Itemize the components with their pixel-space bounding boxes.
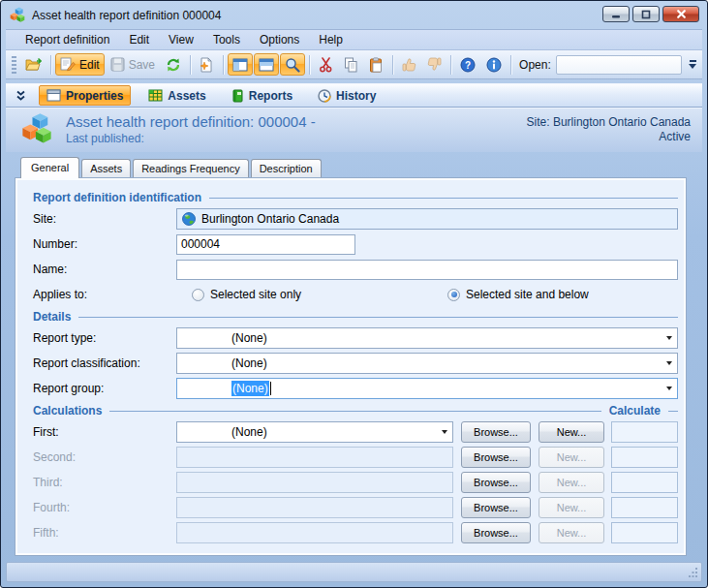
section-divider bbox=[668, 411, 678, 412]
edit-button[interactable]: Edit bbox=[55, 53, 105, 76]
reports-icon bbox=[231, 89, 244, 103]
calc-first-combobox[interactable]: (None) bbox=[176, 421, 453, 443]
open-report-button[interactable] bbox=[20, 53, 46, 76]
tab-general[interactable]: General bbox=[20, 157, 79, 178]
menu-tools[interactable]: Tools bbox=[203, 31, 250, 48]
toolbar-overflow-button[interactable] bbox=[686, 52, 699, 77]
menu-edit[interactable]: Edit bbox=[119, 31, 159, 48]
report-group-combobox[interactable]: (None) bbox=[176, 378, 678, 399]
tab-properties-label: Properties bbox=[66, 89, 123, 103]
close-button[interactable] bbox=[662, 6, 699, 22]
combo-arrow-button[interactable] bbox=[662, 379, 677, 398]
save-button-label: Save bbox=[129, 58, 155, 72]
page-tabs: General Assets Readings Frequency Descri… bbox=[15, 157, 687, 177]
record-header: Asset health report definition: 000004 -… bbox=[6, 108, 702, 152]
applies-to-label: Applies to: bbox=[33, 288, 176, 301]
tab-description[interactable]: Description bbox=[251, 159, 322, 177]
radio-selected-site-only[interactable]: Selected site only bbox=[176, 288, 447, 301]
calc-second-browse-button[interactable]: Browse... bbox=[461, 447, 531, 468]
tab-properties[interactable]: Properties bbox=[39, 85, 131, 106]
window-title: Asset health report definition 000004 bbox=[32, 9, 597, 22]
panel-horizontal-button[interactable] bbox=[254, 53, 279, 76]
menu-view[interactable]: View bbox=[159, 31, 203, 48]
combo-arrow-button[interactable] bbox=[662, 354, 677, 373]
section-calculations: Calculations Calculate bbox=[33, 404, 678, 418]
status-bar bbox=[6, 562, 702, 582]
cut-button[interactable] bbox=[314, 53, 338, 76]
calc-row-second: Second: Browse... New... bbox=[33, 447, 678, 468]
calc-first-new-button[interactable]: New... bbox=[539, 421, 604, 443]
report-classification-combobox[interactable]: (None) bbox=[176, 353, 678, 374]
panel-vertical-button[interactable] bbox=[228, 53, 253, 76]
resize-grip[interactable] bbox=[688, 567, 698, 577]
open-report-icon bbox=[25, 57, 42, 72]
toolbar-overflow-icon bbox=[690, 60, 696, 62]
calc-third-label: Third: bbox=[33, 476, 176, 489]
chevron-down-icon bbox=[442, 430, 447, 434]
record-site-value: Burlington Ontario Canada bbox=[553, 115, 691, 129]
report-type-combobox[interactable]: (None) bbox=[176, 327, 678, 349]
thumbs-up-button[interactable] bbox=[397, 53, 421, 76]
tab-assets-label: Assets bbox=[168, 89, 205, 103]
paste-button[interactable] bbox=[364, 53, 388, 76]
tab-reports[interactable]: Reports bbox=[224, 85, 300, 106]
section-identification-title: Report definition identification bbox=[33, 191, 201, 204]
tab-readings-frequency[interactable]: Readings Frequency bbox=[133, 159, 249, 177]
toolbar-separator bbox=[510, 55, 511, 75]
radio-icon[interactable] bbox=[192, 289, 204, 301]
name-input[interactable] bbox=[176, 260, 678, 280]
info-icon bbox=[486, 57, 502, 73]
minimize-button[interactable] bbox=[602, 6, 630, 22]
record-site-label: Site: bbox=[527, 115, 550, 129]
tab-assets-page[interactable]: Assets bbox=[81, 159, 131, 177]
calc-third-browse-button[interactable]: Browse... bbox=[461, 472, 531, 493]
radio-selected-site-and-below[interactable]: Selected site and below bbox=[447, 288, 589, 301]
text-caret bbox=[270, 382, 271, 395]
calc-row-fifth: Fifth: Browse... New... bbox=[33, 522, 678, 543]
toolbar-separator bbox=[50, 55, 51, 75]
title-bar[interactable]: Asset health report definition 000004 bbox=[6, 1, 702, 29]
number-input[interactable] bbox=[176, 234, 355, 255]
info-button[interactable] bbox=[481, 53, 507, 76]
combo-arrow-button[interactable] bbox=[437, 422, 452, 442]
maximize-icon bbox=[641, 10, 651, 19]
save-button[interactable]: Save bbox=[106, 53, 160, 76]
calc-second-new-button[interactable]: New... bbox=[539, 447, 604, 468]
record-title: Asset health report definition: 000004 - bbox=[66, 113, 515, 130]
thumbs-down-button[interactable] bbox=[422, 53, 446, 76]
menu-help[interactable]: Help bbox=[309, 31, 353, 48]
copy-button[interactable] bbox=[339, 53, 363, 76]
help-button[interactable]: ? bbox=[455, 53, 480, 76]
combo-arrow-button[interactable] bbox=[662, 328, 677, 348]
section-divider bbox=[109, 411, 600, 412]
calc-fourth-label: Fourth: bbox=[33, 501, 176, 514]
calc-first-browse-button[interactable]: Browse... bbox=[461, 421, 531, 443]
calc-first-label: First: bbox=[33, 425, 176, 439]
calc-fourth-new-button[interactable]: New... bbox=[539, 497, 604, 518]
edit-button-label: Edit bbox=[79, 58, 100, 72]
new-button[interactable] bbox=[195, 53, 219, 76]
calc-fifth-label: Fifth: bbox=[33, 526, 176, 540]
tab-assets[interactable]: Assets bbox=[140, 85, 213, 106]
refresh-button[interactable] bbox=[161, 53, 186, 76]
menu-options[interactable]: Options bbox=[250, 31, 309, 48]
toolbar-grip[interactable] bbox=[12, 56, 16, 74]
calc-fifth-browse-button[interactable]: Browse... bbox=[461, 522, 531, 543]
section-divider bbox=[209, 198, 678, 199]
report-type-label: Report type: bbox=[33, 331, 176, 345]
calc-fourth-browse-button[interactable]: Browse... bbox=[461, 497, 531, 518]
record-header-titles: Asset health report definition: 000004 -… bbox=[66, 113, 515, 145]
calc-row-first: First: (None) Browse... New... bbox=[33, 421, 678, 443]
zoom-button[interactable] bbox=[280, 53, 305, 76]
calc-fifth-field bbox=[176, 522, 453, 543]
maximize-button[interactable] bbox=[632, 6, 660, 22]
radio-icon-checked[interactable] bbox=[447, 289, 460, 301]
calc-third-new-button[interactable]: New... bbox=[539, 472, 604, 493]
menu-report-definition[interactable]: Report definition bbox=[15, 31, 119, 48]
calc-fifth-new-button[interactable]: New... bbox=[539, 522, 604, 543]
collapse-button[interactable] bbox=[12, 90, 29, 102]
open-combobox[interactable] bbox=[556, 55, 682, 75]
tab-history[interactable]: History bbox=[310, 85, 384, 106]
close-icon bbox=[676, 9, 687, 19]
name-row: Name: bbox=[33, 259, 678, 280]
